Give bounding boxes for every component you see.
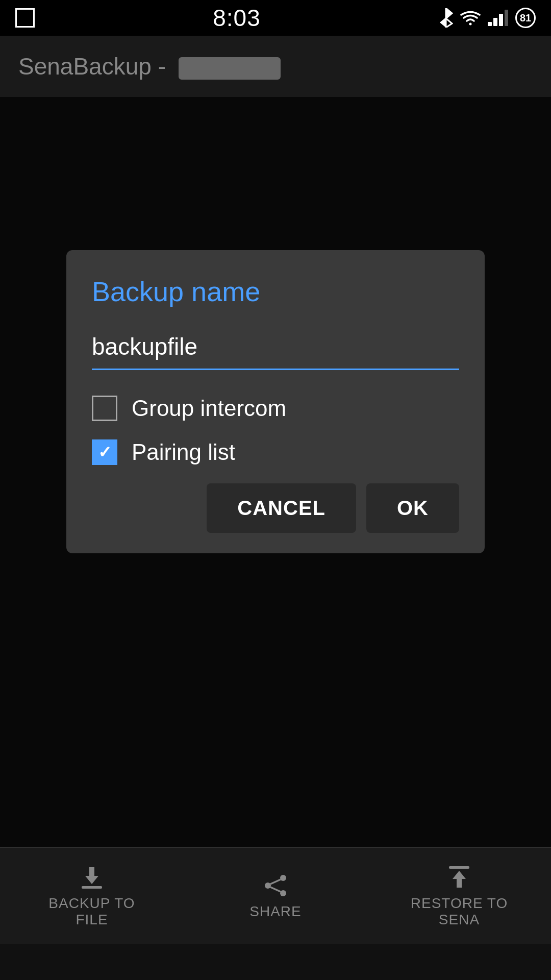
- nav-share[interactable]: SHARE: [184, 873, 367, 920]
- pairing-list-label: Pairing list: [132, 439, 235, 465]
- bottom-nav: BACKUP TOFILE SHARE RESTORE TOSENA: [0, 847, 551, 944]
- svg-rect-1: [493, 18, 497, 26]
- backup-dialog: Backup name Group intercom ✓ Pairing lis…: [66, 250, 485, 553]
- svg-line-10: [270, 887, 281, 892]
- dialog-overlay: Backup name Group intercom ✓ Pairing lis…: [0, 97, 551, 944]
- svg-marker-12: [453, 871, 466, 888]
- nav-restore-to-sena[interactable]: RESTORE TOSENA: [367, 865, 551, 928]
- dialog-title: Backup name: [92, 276, 459, 307]
- backup-to-file-label: BACKUP TOFILE: [48, 895, 135, 928]
- restore-to-sena-label: RESTORE TOSENA: [411, 895, 508, 928]
- battery-indicator: 81: [515, 8, 536, 28]
- restore-to-sena-icon: [446, 865, 472, 890]
- backup-to-file-icon: [79, 865, 105, 890]
- svg-rect-3: [505, 10, 508, 26]
- svg-point-6: [280, 875, 286, 881]
- svg-marker-5: [85, 867, 98, 884]
- nav-backup-to-file[interactable]: BACKUP TOFILE: [0, 865, 184, 928]
- backup-name-input[interactable]: [92, 328, 459, 370]
- group-intercom-row: Group intercom: [92, 396, 459, 421]
- share-label: SHARE: [249, 903, 301, 920]
- svg-rect-11: [449, 866, 469, 869]
- signal-icon: [488, 10, 508, 26]
- status-bar: 8:03 81: [0, 0, 551, 36]
- pairing-list-checkbox[interactable]: ✓: [92, 439, 117, 465]
- svg-rect-4: [82, 886, 102, 889]
- app-title: SenaBackup -: [18, 53, 281, 80]
- dialog-buttons: CANCEL OK: [92, 483, 459, 533]
- ok-button[interactable]: OK: [366, 483, 459, 533]
- group-intercom-label: Group intercom: [132, 396, 286, 421]
- pairing-list-row: ✓ Pairing list: [92, 439, 459, 465]
- app-header: SenaBackup -: [0, 36, 551, 97]
- app-title-blurred: [179, 57, 281, 80]
- svg-rect-0: [488, 22, 492, 26]
- group-intercom-checkbox[interactable]: [92, 396, 117, 421]
- wifi-icon: [460, 10, 481, 26]
- svg-point-7: [280, 890, 286, 896]
- svg-point-8: [265, 883, 271, 889]
- svg-rect-2: [499, 14, 503, 26]
- cancel-button[interactable]: CANCEL: [207, 483, 356, 533]
- checkmark-icon: ✓: [98, 443, 112, 462]
- share-icon: [263, 873, 288, 898]
- bluetooth-icon: [439, 8, 453, 28]
- status-bar-left: [15, 8, 35, 28]
- status-bar-right: 81: [439, 8, 536, 28]
- main-content: Backup name Group intercom ✓ Pairing lis…: [0, 97, 551, 944]
- svg-line-9: [270, 879, 281, 884]
- screen-record-icon: [15, 8, 35, 28]
- status-time: 8:03: [213, 4, 261, 32]
